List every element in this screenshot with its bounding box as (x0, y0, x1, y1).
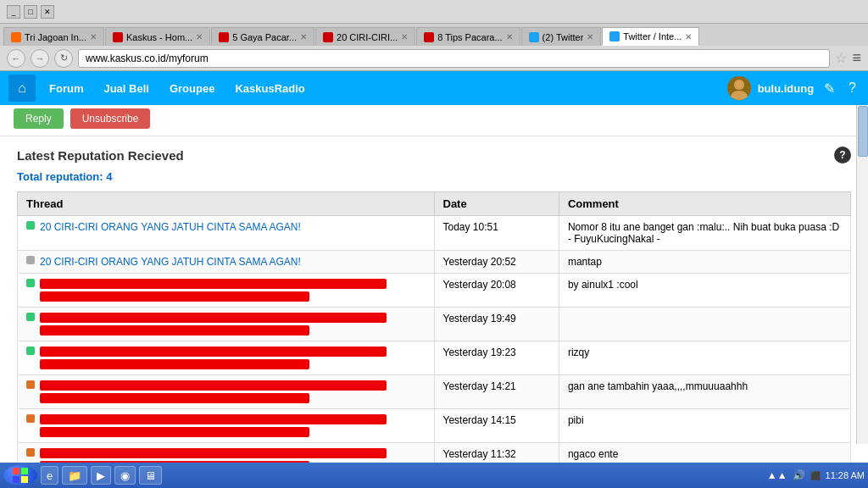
col-header-thread: Thread (18, 192, 435, 216)
reply-button[interactable]: Reply (14, 108, 64, 129)
nav-link-jual beli[interactable]: Jual Beli (93, 77, 159, 100)
thread-cell-1: 20 CIRI-CIRI ORANG YANG JATUH CINTA SAMA… (18, 251, 435, 274)
reputation-section: Latest Reputation Recieved ? Total reput… (0, 136, 868, 488)
unknown-icon[interactable]: 🖥 (139, 466, 162, 485)
section-title: Latest Reputation Recieved (17, 148, 184, 163)
nav-link-groupee[interactable]: Groupee (159, 77, 225, 100)
comment-cell-5: gan ane tambahin yaaa,,,,mmuuuaahhh (559, 375, 850, 409)
table-row: Yesterday 19:23rizqy (18, 341, 851, 375)
total-reputation: Total reputation: 4 (17, 170, 851, 183)
action-row: Reply Unsubscribe (0, 105, 868, 136)
media-player-icon[interactable]: ▶ (91, 466, 111, 485)
col-header-comment: Comment (559, 192, 850, 216)
user-menu[interactable]: bulu.idung ✎ ? (727, 76, 860, 100)
date-cell-2: Yesterday 20:08 (434, 274, 559, 308)
tray-volume-icon: 🔊 (793, 469, 805, 481)
browser-tab-tab5[interactable]: 8 Tips Pacara...✕ (416, 27, 520, 46)
ie-icon[interactable]: e (41, 466, 58, 485)
table-row: 20 CIRI-CIRI ORANG YANG JATUH CINTA SAMA… (18, 216, 851, 251)
nav-links: ForumJual BeliGroupeeKaskusRadio (39, 77, 315, 100)
back-button[interactable]: ← (7, 49, 25, 68)
date-cell-1: Yesterday 20:52 (434, 251, 559, 274)
browser-tab-tab6[interactable]: (2) Twitter✕ (521, 27, 602, 46)
date-cell-3: Yesterday 19:49 (434, 308, 559, 341)
thread-link-0[interactable]: 20 CIRI-CIRI ORANG YANG JATUH CINTA SAMA… (40, 221, 301, 233)
reputation-table: ThreadDateComment 20 CIRI-CIRI ORANG YAN… (17, 191, 851, 488)
system-tray: ▲▲ 🔊 ⬛ 11:28 AM (767, 469, 865, 481)
table-row: Yesterday 19:49 (18, 308, 851, 341)
table-row: 20 CIRI-CIRI ORANG YANG JATUH CINTA SAMA… (18, 251, 851, 274)
bookmark-star-icon[interactable]: ☆ (835, 50, 847, 66)
col-header-date: Date (434, 192, 559, 216)
table-row: Yesterday 14:15pibi (18, 409, 851, 443)
reputation-value: 4 (106, 170, 112, 183)
tray-network-icon: ▲▲ (767, 469, 787, 481)
thread-cell-2 (18, 274, 435, 308)
taskbar: e📁▶◉🖥 ▲▲ 🔊 ⬛ 11:28 AM (0, 463, 868, 488)
thread-cell-3 (18, 308, 435, 341)
home-button[interactable]: ⌂ (8, 75, 36, 102)
username-label: bulu.idung (758, 82, 814, 95)
unsubscribe-button[interactable]: Unsubscribe (70, 108, 151, 129)
tray-battery-icon: ⬛ (810, 471, 821, 480)
thread-cell-6 (18, 409, 435, 443)
kaskus-navbar: ⌂ ForumJual BeliGroupeeKaskusRadio bulu.… (0, 71, 868, 105)
svg-rect-5 (13, 476, 19, 483)
comment-cell-3 (559, 308, 850, 341)
browser-tab-tab3[interactable]: 5 Gaya Pacar...✕ (211, 27, 314, 46)
browser-tab-tab2[interactable]: Kaskus - Hom...✕ (105, 27, 210, 46)
section-help-icon[interactable]: ? (834, 147, 851, 164)
address-bar-row: ← → ↻ ☆ ≡ (0, 46, 868, 71)
window-controls[interactable]: _ □ ✕ (7, 5, 54, 19)
scrollbar-track[interactable] (856, 105, 868, 444)
minimize-btn[interactable]: _ (7, 5, 20, 19)
forward-button[interactable]: → (31, 49, 49, 68)
thread-cell-0: 20 CIRI-CIRI ORANG YANG JATUH CINTA SAMA… (18, 216, 435, 251)
start-button[interactable] (3, 465, 37, 485)
thread-cell-4 (18, 341, 435, 375)
title-bar: _ □ ✕ (0, 0, 868, 24)
thread-link-1[interactable]: 20 CIRI-CIRI ORANG YANG JATUH CINTA SAMA… (40, 256, 301, 268)
help-button[interactable]: ? (845, 77, 860, 99)
clock-display: 11:28 AM (826, 469, 865, 481)
menu-icon[interactable]: ≡ (852, 49, 861, 67)
comment-cell-4: rizqy (559, 341, 850, 375)
edit-profile-icon[interactable]: ✎ (821, 77, 838, 100)
section-header: Latest Reputation Recieved ? (17, 147, 851, 164)
browser-tab-tab4[interactable]: 20 CIRI-CIRI...✕ (315, 27, 415, 46)
comment-cell-6: pibi (559, 409, 850, 443)
date-cell-6: Yesterday 14:15 (434, 409, 559, 443)
explorer-icon[interactable]: 📁 (62, 466, 87, 485)
nav-link-kaskusradio[interactable]: KaskusRadio (225, 77, 314, 100)
address-input[interactable] (78, 49, 830, 68)
table-row: Yesterday 14:21gan ane tambahin yaaa,,,,… (18, 375, 851, 409)
avatar (727, 76, 751, 100)
svg-rect-3 (13, 468, 19, 474)
date-cell-4: Yesterday 19:23 (434, 341, 559, 375)
browser-tab-tab7[interactable]: Twitter / Inte...✕ (602, 27, 699, 46)
close-btn[interactable]: ✕ (41, 5, 54, 19)
comment-cell-1: mantap (559, 251, 850, 274)
date-cell-5: Yesterday 14:21 (434, 375, 559, 409)
date-cell-0: Today 10:51 (434, 216, 559, 251)
comment-cell-2: by ainulx1 :cool (559, 274, 850, 308)
maximize-btn[interactable]: □ (24, 5, 37, 19)
svg-rect-6 (21, 476, 28, 483)
chrome-icon[interactable]: ◉ (114, 466, 136, 485)
table-row: Yesterday 20:08by ainulx1 :cool (18, 274, 851, 308)
nav-link-forum[interactable]: Forum (39, 77, 93, 100)
svg-rect-4 (21, 468, 28, 474)
tabs-bar: Tri Jagoan In...✕Kaskus - Hom...✕5 Gaya … (0, 24, 868, 46)
svg-point-1 (734, 80, 744, 90)
browser-tab-tab1[interactable]: Tri Jagoan In...✕ (3, 27, 104, 46)
thread-cell-5 (18, 375, 435, 409)
reload-button[interactable]: ↻ (54, 49, 73, 68)
scrollbar-thumb[interactable] (858, 106, 868, 157)
comment-cell-0: Nomor 8 itu ane banget gan :malu:.. Nih … (559, 216, 850, 251)
